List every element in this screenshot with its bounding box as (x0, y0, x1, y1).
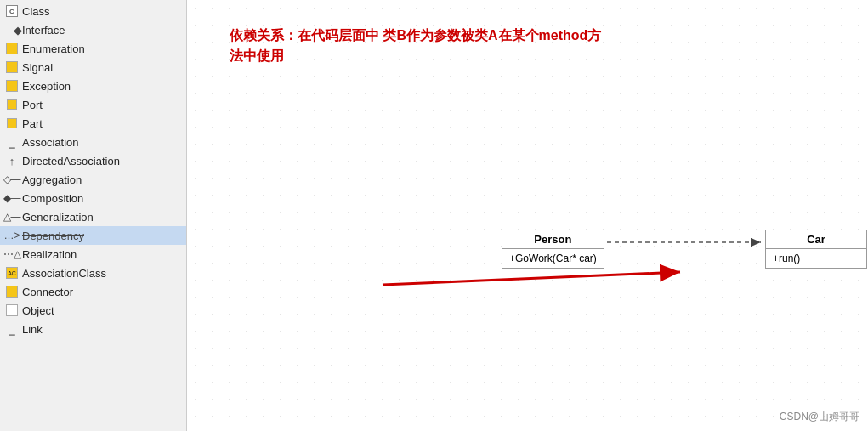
dependency-red-arrow (383, 272, 680, 285)
description-line2: 法中使用 (230, 48, 284, 63)
main-canvas: 依赖关系：在代码层面中 类B作为参数被类A在某个method方 法中使用 Per… (187, 0, 868, 431)
sidebar-item-interface-label: Interface (22, 24, 65, 37)
directed-association-icon: ↑ (5, 154, 19, 167)
description-line1: 依赖关系：在代码层面中 类B作为参数被类A在某个method方 (230, 28, 601, 43)
sidebar: CClass—◆InterfaceEnumerationSignalExcept… (0, 0, 187, 431)
sidebar-item-generalization-label: Generalization (22, 211, 94, 224)
sidebar-item-aggregation-label: Aggregation (22, 173, 82, 186)
sidebar-item-directed-association-label: DirectedAssociation (22, 155, 120, 167)
association-class-icon: AC (5, 266, 19, 280)
sidebar-item-exception[interactable]: Exception (0, 77, 186, 95)
realization-icon: ⋯△ (5, 247, 19, 261)
sidebar-item-class[interactable]: CClass (0, 2, 186, 20)
person-class-body: +GoWork(Car* car) (502, 249, 604, 268)
signal-icon (5, 60, 19, 74)
object-icon (5, 303, 19, 317)
sidebar-item-aggregation[interactable]: ◇—Aggregation (0, 170, 186, 189)
sidebar-item-dependency-label: Dependency (22, 230, 84, 242)
sidebar-item-composition[interactable]: ◆—Composition (0, 189, 186, 207)
sidebar-item-composition-label: Composition (22, 192, 83, 205)
car-method: +run() (773, 252, 859, 264)
sidebar-item-part-label: Part (22, 117, 43, 130)
description: 依赖关系：在代码层面中 类B作为参数被类A在某个method方 法中使用 (230, 26, 601, 66)
link-icon: ⎯ (5, 322, 19, 336)
sidebar-item-class-label: Class (22, 5, 50, 18)
exception-icon (5, 79, 19, 93)
interface-icon: —◆ (5, 23, 19, 37)
sidebar-item-directed-association[interactable]: ↑DirectedAssociation (0, 151, 186, 170)
sidebar-item-association-class-label: AssociationClass (22, 267, 106, 280)
sidebar-item-port[interactable]: Port (0, 95, 186, 114)
dependency-icon: …> (5, 229, 19, 242)
person-method: +GoWork(Car* car) (509, 252, 597, 264)
sidebar-item-object[interactable]: Object (0, 301, 186, 320)
association-icon: ⎯ (5, 135, 19, 149)
sidebar-item-link-label: Link (22, 323, 43, 336)
sidebar-item-interface[interactable]: —◆Interface (0, 20, 186, 39)
composition-icon: ◆— (5, 191, 19, 205)
sidebar-item-association-label: Association (22, 136, 78, 149)
sidebar-item-dependency[interactable]: …>Dependency (0, 226, 186, 245)
sidebar-item-object-label: Object (22, 304, 54, 317)
car-class-header: Car (766, 230, 866, 249)
sidebar-item-exception-label: Exception (22, 80, 71, 93)
sidebar-item-signal[interactable]: Signal (0, 58, 186, 77)
sidebar-item-link[interactable]: ⎯Link (0, 320, 186, 338)
car-class-body: +run() (766, 249, 866, 268)
watermark: CSDN@山姆哥哥 (780, 410, 859, 424)
sidebar-item-generalization[interactable]: △—Generalization (0, 207, 186, 226)
sidebar-item-association-class[interactable]: ACAssociationClass (0, 264, 186, 282)
sidebar-item-association[interactable]: ⎯Association (0, 133, 186, 151)
sidebar-item-part[interactable]: Part (0, 114, 186, 133)
sidebar-item-connector-label: Connector (22, 286, 73, 298)
sidebar-item-enumeration[interactable]: Enumeration (0, 39, 186, 58)
person-class-header: Person (502, 230, 604, 249)
port-icon (5, 98, 19, 111)
aggregation-icon: ◇— (5, 173, 19, 186)
generalization-icon: △— (5, 210, 19, 224)
part-icon (5, 116, 19, 130)
sidebar-item-signal-label: Signal (22, 61, 53, 74)
sidebar-item-port-label: Port (22, 99, 43, 111)
sidebar-item-enumeration-label: Enumeration (22, 43, 85, 55)
enumeration-icon (5, 42, 19, 55)
person-class[interactable]: Person +GoWork(Car* car) (502, 230, 604, 269)
sidebar-item-realization-label: Realization (22, 248, 77, 261)
sidebar-item-connector[interactable]: Connector (0, 282, 186, 301)
car-class[interactable]: Car +run() (765, 230, 867, 269)
class-icon: C (5, 4, 19, 18)
sidebar-item-realization[interactable]: ⋯△Realization (0, 245, 186, 264)
connector-icon (5, 285, 19, 298)
